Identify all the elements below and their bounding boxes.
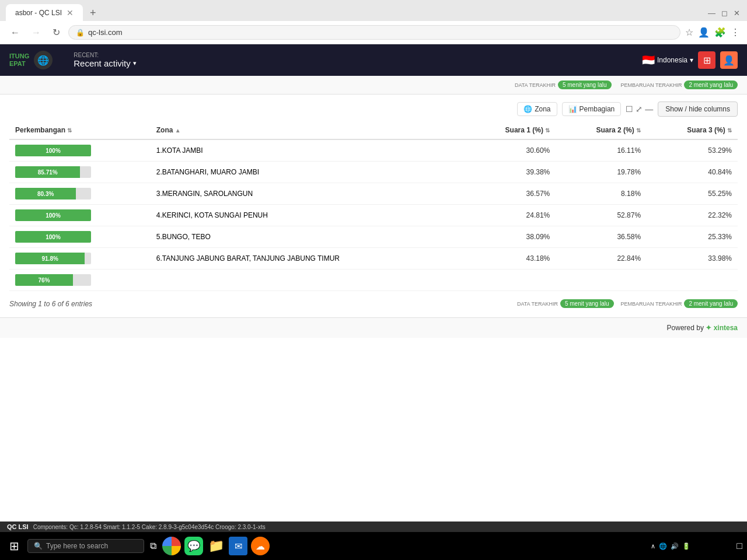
tray-arrow-icon[interactable]: ∧ [651,542,655,550]
suara1-header[interactable]: Suara 1 (%) ⇅ [465,121,556,139]
footer-data-value: 5 menit yang lalu [560,299,614,308]
user-icon-button[interactable]: 👤 [720,51,738,69]
system-clock[interactable]: 16:56 09/12/2020 [700,539,732,553]
url-field[interactable]: 🔒 qc-lsi.com [68,25,680,40]
whatsapp-taskbar-icon[interactable]: 💬 [184,537,203,555]
url-text: qc-lsi.com [88,28,123,37]
zona-button[interactable]: 🌐 Zona [517,102,557,116]
suara3-cell: 55.25% [647,183,738,205]
suara2-header[interactable]: Suara 2 (%) ⇅ [556,121,647,139]
sort-icon-zona: ▲ [175,127,181,134]
grid-icon-button[interactable]: ⊞ [698,51,715,69]
copy-icon[interactable]: ☐ [626,104,633,114]
xintesa-logo: ✦ xintesa [706,324,738,332]
menu-icon[interactable]: ⋮ [731,27,740,38]
footer-pembaruan: PEMBARUAN TERAKHIR 2 menit yang lalu [621,299,738,308]
suara1-cell: 38.09% [465,226,556,248]
zona-cell: 3.MERANGIN, SAROLANGUN [151,183,465,205]
zona-header[interactable]: Zona ▲ [151,121,465,139]
folder-taskbar-icon[interactable]: 📁 [207,537,225,555]
profile-icon[interactable]: 👤 [698,27,710,38]
footer-data-terakhir: DATA TERAKHIR 5 menit yang lalu [517,299,614,308]
progress-cell: 100% [9,205,151,226]
chrome-taskbar-icon[interactable] [162,537,181,555]
progress-bar-fill: 85.71% [15,166,80,178]
app-container: ITUNG EPAT 🌐 RECENT: Recent activity ▾ 🇮… [0,44,747,525]
pembaruan-terakhir-value: 2 menit yang lalu [684,80,738,89]
speaker-icon[interactable]: 🔊 [671,542,679,550]
suara1-cell: 39.38% [465,162,556,183]
progress-bar-container: 76% [15,274,145,286]
minimize-button[interactable]: — [708,9,715,18]
pembaruan-terakhir-badge: PEMBARUAN TERAKHIR 2 menit yang lalu [621,80,738,89]
footer-pembaruan-value: 2 menit yang lalu [684,299,738,308]
browser-actions: ☆ 👤 🧩 ⋮ [685,27,740,38]
perkembangan-header[interactable]: Perkembangan ⇅ [9,121,151,139]
dropdown-chevron-icon[interactable]: ▾ [133,60,137,67]
progress-bar-fill: 100% [15,145,91,156]
suara2-cell: 52.87% [556,205,647,226]
battery-icon[interactable]: 🔋 [682,542,690,550]
table-row: 100% 1.KOTA JAMBI30.60%16.11%53.29% [9,139,738,162]
orange-app-taskbar-icon[interactable]: ☁ [251,537,270,555]
pembaruan-terakhir-label: PEMBARUAN TERAKHIR [621,82,682,88]
back-button[interactable]: ← [7,26,23,39]
globe-icon[interactable]: 🌐 [34,51,53,69]
system-tray: ∧ 🌐 🔊 🔋 [646,542,695,550]
language-selector[interactable]: 🇮🇩 Indonesia ▾ [642,54,693,66]
suara1-cell: 30.60% [465,139,556,162]
zona-cell: 1.KOTA JAMBI [151,139,465,162]
progress-bar-bg: 80.3% [15,188,91,200]
network-icon[interactable]: 🌐 [659,542,667,550]
indonesia-flag-icon: 🇮🇩 [642,54,655,66]
show-hide-columns-button[interactable]: Show / hide columns [658,102,738,117]
progress-cell: 100% [9,139,151,162]
data-terakhir-value: 5 menit yang lalu [558,80,612,89]
taskbar-search[interactable]: 🔍 Type here to search [27,539,144,553]
recent-label: RECENT: [74,52,633,58]
zona-cell: 6.TANJUNG JABUNG BARAT, TANJUNG JABUNG T… [151,248,465,270]
close-window-button[interactable]: ✕ [734,9,740,18]
sort-icon: ⇅ [67,127,72,134]
pembagian-button[interactable]: 📊 Pembagian [562,102,622,116]
progress-bar-bg: 91.8% [15,253,91,264]
progress-bar-container: 85.71% [15,166,145,178]
search-icon: 🔍 [34,542,43,550]
logo-area: ITUNG EPAT 🌐 [9,51,53,69]
tab-bar: asbor - QC LSI ✕ + — ◻ ✕ [0,0,747,21]
progress-bar-fill: 80.3% [15,188,76,200]
nav-right: 🇮🇩 Indonesia ▾ ⊞ 👤 [642,51,738,69]
recent-title: Recent activity ▾ [74,58,633,68]
progress-bar-bg: 85.71% [15,166,91,178]
expand-icon[interactable]: ⤢ [636,104,643,114]
suara3-header[interactable]: Suara 3 (%) ⇅ [647,121,738,139]
forward-button[interactable]: → [28,26,44,39]
extension-icon[interactable]: 🧩 [714,27,726,38]
active-tab[interactable]: asbor - QC LSI ✕ [6,4,83,22]
progress-bar-bg: 100% [15,145,91,156]
qclsi-info-bar: QC LSI Components: Qc: 1.2.8-54 Smart: 1… [0,522,747,532]
address-bar: ← → ↻ 🔒 qc-lsi.com ☆ 👤 🧩 ⋮ [0,21,747,44]
top-nav: ITUNG EPAT 🌐 RECENT: Recent activity ▾ 🇮… [0,44,747,76]
footer-data-label: DATA TERAKHIR [517,301,558,307]
progress-bar-fill: 76% [15,274,73,286]
progress-bar-fill: 91.8% [15,253,85,264]
tab-close-button[interactable]: ✕ [67,8,74,18]
bookmark-icon[interactable]: ☆ [685,27,693,38]
zona-cell [151,270,465,291]
windows-button[interactable]: ⊞ [5,537,24,555]
task-view-icon[interactable]: ⧉ [148,538,159,554]
progress-cell: 91.8% [9,248,151,270]
new-tab-button[interactable]: + [83,4,103,23]
suara2-cell: 36.58% [556,226,647,248]
reload-button[interactable]: ↻ [49,26,64,39]
suara2-cell: 19.78% [556,162,647,183]
suara2-cell [556,270,647,291]
mail-taskbar-icon[interactable]: ✉ [229,537,247,555]
recent-area: RECENT: Recent activity ▾ [62,52,633,68]
minimize-icon[interactable]: — [645,104,653,114]
restore-button[interactable]: ◻ [721,9,728,18]
notification-icon[interactable]: □ [736,541,742,551]
table-row: 100% 4.KERINCI, KOTA SUNGAI PENUH24.81%5… [9,205,738,226]
progress-bar-container: 80.3% [15,188,145,200]
